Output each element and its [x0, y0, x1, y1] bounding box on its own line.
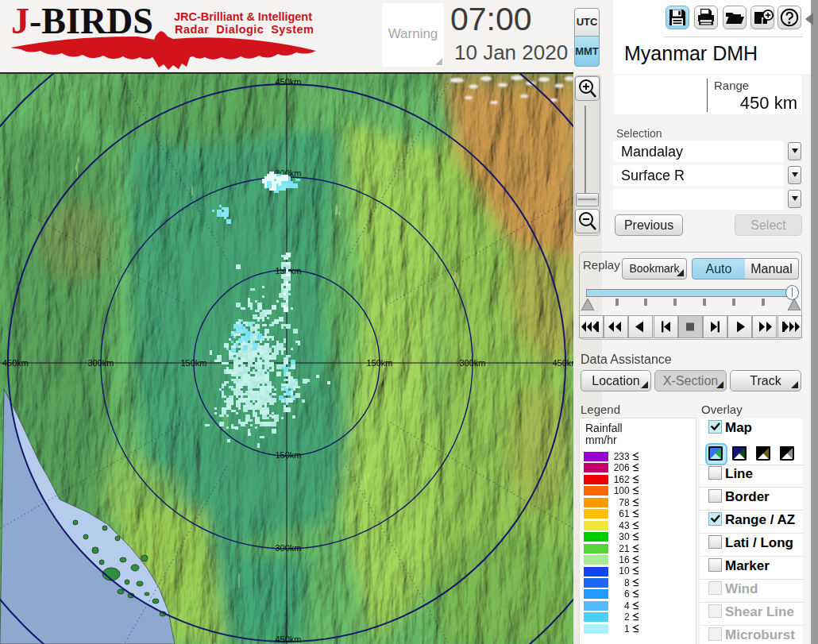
svg-text:JRC-Brilliant & Intelligent: JRC-Brilliant & Intelligent — [174, 10, 312, 23]
svg-text:450km: 450km — [275, 634, 301, 644]
svg-text:300km: 300km — [275, 543, 301, 553]
svg-text:450km: 450km — [2, 358, 29, 368]
svg-text:150km: 150km — [366, 358, 392, 368]
svg-text:J-BIRDS: J-BIRDS — [11, 1, 153, 41]
svg-text:300km: 300km — [459, 358, 485, 368]
svg-text:150km: 150km — [275, 450, 301, 460]
svg-text:300km: 300km — [87, 358, 114, 368]
svg-text:450km: 450km — [552, 358, 573, 368]
svg-text:Radar Dialogic System: Radar Dialogic System — [175, 23, 314, 36]
svg-text:150km: 150km — [180, 358, 206, 368]
svg-text:450km: 450km — [275, 77, 301, 87]
